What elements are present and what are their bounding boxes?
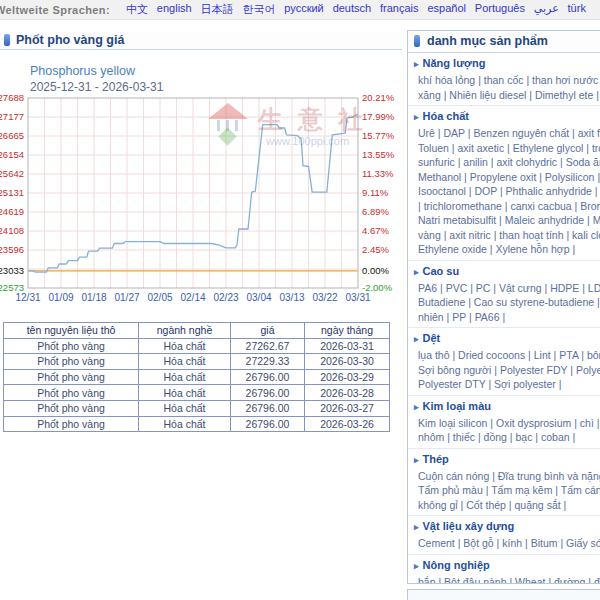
category-item-links[interactable]: | trichloromethane | canxi cacbua | Brom… <box>414 199 600 214</box>
category-title-link[interactable]: ▸Vật liệu xây dựng <box>414 520 600 534</box>
category-item-links[interactable]: Isooctanol | DOP | Phthalic anhydride | … <box>414 184 600 199</box>
category-title-link[interactable]: ▸Hóa chất <box>414 110 600 124</box>
page-title: Phốt pho vàng giá <box>16 33 124 47</box>
left-panel-header: Phốt pho vàng giá <box>0 31 402 50</box>
axis-tick-label: 02/23 <box>213 292 238 303</box>
table-cell: Phốt pho vàng <box>4 369 139 385</box>
axis-tick-label: 13.55% <box>362 149 395 160</box>
category-title-link[interactable]: ▸Cao su <box>414 265 600 279</box>
category-section: ▸Năng lượngkhí hóa lỏng | than cốc | tha… <box>408 53 600 106</box>
category-title-label: Cao su <box>423 265 460 277</box>
category-item-links[interactable]: nhôm | thiếc | đồng | bạc | coban | <box>414 430 600 445</box>
axis-tick-label: 02/05 <box>147 292 172 303</box>
product-category-list: ▸Năng lượngkhí hóa lỏng | than cốc | tha… <box>408 53 600 584</box>
language-link[interactable]: türk <box>568 2 586 17</box>
column-header: ngày tháng <box>305 323 390 339</box>
language-link[interactable]: español <box>427 2 466 17</box>
category-title-link[interactable]: ▸Năng lượng <box>414 57 600 71</box>
language-links: 中文english日本語한국어русскийdeutschfrançaisesp… <box>110 2 600 17</box>
category-item-links[interactable]: Butadiene | Cao su styrene-butadiene | L… <box>414 295 600 310</box>
category-item-links[interactable]: Methanol | Propylene oxit | Polysilicon … <box>414 170 600 185</box>
category-item-links[interactable]: Toluen | axit axetic | Ethylene glycol |… <box>414 141 600 156</box>
language-link[interactable]: русский <box>284 2 323 17</box>
category-title-link[interactable]: ▸Dệt <box>414 332 600 346</box>
language-link[interactable]: 한국어 <box>242 2 275 17</box>
category-title-link[interactable]: ▸Thép <box>414 453 600 467</box>
axis-tick-label: 15.77% <box>362 130 395 141</box>
category-section: ▸Kim loại màuKim loại silicon | Oxit dys… <box>408 396 600 449</box>
chevron-right-icon: ▸ <box>414 112 419 122</box>
price-table: tên nguyên liệu thôngành nghềgiángày thá… <box>3 322 390 432</box>
category-item-links[interactable]: PA6 | PVC | PC | Vật cưng | HDPE | LDPE … <box>414 281 600 296</box>
axis-tick-label: 20.21% <box>362 92 395 103</box>
table-cell: 27262.67 <box>231 338 305 354</box>
category-item-links[interactable]: bắp | Bột đậu nành | Wheat | đường | đậu… <box>414 575 600 585</box>
chevron-right-icon: ▸ <box>414 267 419 277</box>
language-link[interactable]: deutsch <box>333 2 372 17</box>
table-cell: 2026-03-29 <box>305 369 390 385</box>
table-cell: Hóa chất <box>139 416 231 432</box>
category-item-links[interactable]: Kim loại silicon | Oxit dysprosium | chì… <box>414 416 600 431</box>
axis-tick-label: 23596 <box>0 244 24 255</box>
language-bar-label: Weltweite Sprachen: <box>0 4 110 16</box>
chevron-right-icon: ▸ <box>414 561 419 571</box>
category-item-links[interactable]: sunfuric | anilin | axit clohydric | Sod… <box>414 155 600 170</box>
category-item-links[interactable]: khí hóa lỏng | than cốc | than hơi nước … <box>414 73 600 88</box>
axis-tick-label: 25642 <box>0 168 24 179</box>
table-cell: 2026-03-28 <box>305 385 390 401</box>
chevron-right-icon: ▸ <box>414 522 419 532</box>
category-item-links[interactable]: Tấm phủ màu | Tấm mạ kẽm | Tấm cán nguội… <box>414 483 600 498</box>
category-item-links[interactable]: xăng | Nhiên liệu diesel | Dimethyl ete … <box>414 88 600 103</box>
category-item-links[interactable]: lụa thô | Dried cocoons | Lint | PTA | b… <box>414 348 600 363</box>
table-cell: Phốt pho vàng <box>4 354 139 370</box>
table-cell: 26796.00 <box>231 369 305 385</box>
chevron-right-icon: ▸ <box>414 59 419 69</box>
category-title-label: Hóa chất <box>423 110 469 122</box>
chevron-right-icon: ▸ <box>414 455 419 465</box>
table-cell: 2026-03-26 <box>305 416 390 432</box>
category-item-links[interactable]: Sợi bông người | Polyester FDY | Polyest… <box>414 363 600 378</box>
axis-tick-label: 17.99% <box>362 111 395 122</box>
category-section: ▸Dệtlụa thô | Dried cocoons | Lint | PTA… <box>408 328 600 396</box>
category-title-link[interactable]: ▸Nông nghiệp <box>414 559 600 573</box>
category-item-links[interactable]: Cement | Bột gỗ | kính | Bitum | Giấy só… <box>414 536 600 551</box>
category-item-links[interactable]: Polyester DTY | Sợi polyester | <box>414 377 600 392</box>
category-title-label: Năng lượng <box>423 57 486 69</box>
axis-tick-label: 27177 <box>0 111 24 122</box>
price-table-header: tên nguyên liệu thôngành nghềgiángày thá… <box>4 323 390 339</box>
axis-tick-label: 24619 <box>0 206 24 217</box>
table-cell: Hóa chất <box>139 385 231 401</box>
language-link[interactable]: english <box>157 2 192 17</box>
table-cell: Hóa chất <box>139 354 231 370</box>
category-section: ▸Hóa chấtUrê | DAP | Benzen nguyên chất … <box>408 106 600 261</box>
category-item-links[interactable]: Ethylene oxide | Xylene hỗn hợp | <box>414 242 600 257</box>
category-item-links[interactable]: vàng | axit nitric | than hoạt tính | ka… <box>414 228 600 243</box>
category-title-link[interactable]: ▸Kim loại màu <box>414 400 600 414</box>
axis-tick-label: 02/14 <box>180 292 205 303</box>
category-item-links[interactable]: Urê | DAP | Benzen nguyên chất | axit fl… <box>414 126 600 141</box>
panel-bullet-icon <box>4 34 10 46</box>
category-item-links[interactable]: Cuộn cán nóng | Đĩa trung bình và nặng |… <box>414 469 600 484</box>
axis-tick-label: 01/18 <box>81 292 106 303</box>
language-link[interactable]: 中文 <box>126 2 148 17</box>
category-title-label: Kim loại màu <box>423 400 491 412</box>
category-item-links[interactable]: Natri metabisulfit | Maleic anhydride | … <box>414 213 600 228</box>
table-row: Phốt pho vàngHóa chất26796.002026-03-27 <box>4 400 390 416</box>
category-item-links[interactable]: không gỉ | Cốt thép | quặng sắt | <box>414 498 600 513</box>
language-link[interactable]: 日本語 <box>201 2 234 17</box>
axis-tick-label: 4.67% <box>362 225 389 236</box>
axis-tick-label: 23033 <box>0 265 24 276</box>
language-link[interactable]: français <box>380 2 419 17</box>
panel-bullet-icon <box>414 35 420 47</box>
table-cell: Hóa chất <box>139 400 231 416</box>
language-link[interactable]: عربي <box>534 2 559 17</box>
axis-tick-label: 12/31 <box>15 292 40 303</box>
axis-tick-label: 03/31 <box>345 292 370 303</box>
category-section: ▸Cao suPA6 | PVC | PC | Vật cưng | HDPE … <box>408 261 600 329</box>
category-item-links[interactable]: nhiên | PP | PA66 | <box>414 310 600 325</box>
axis-tick-label: 01/27 <box>114 292 139 303</box>
table-cell: Phốt pho vàng <box>4 385 139 401</box>
category-title-label: Thép <box>423 453 449 465</box>
price-table-body: Phốt pho vàngHóa chất27262.672026-03-31P… <box>4 338 390 432</box>
language-link[interactable]: Português <box>475 2 525 17</box>
